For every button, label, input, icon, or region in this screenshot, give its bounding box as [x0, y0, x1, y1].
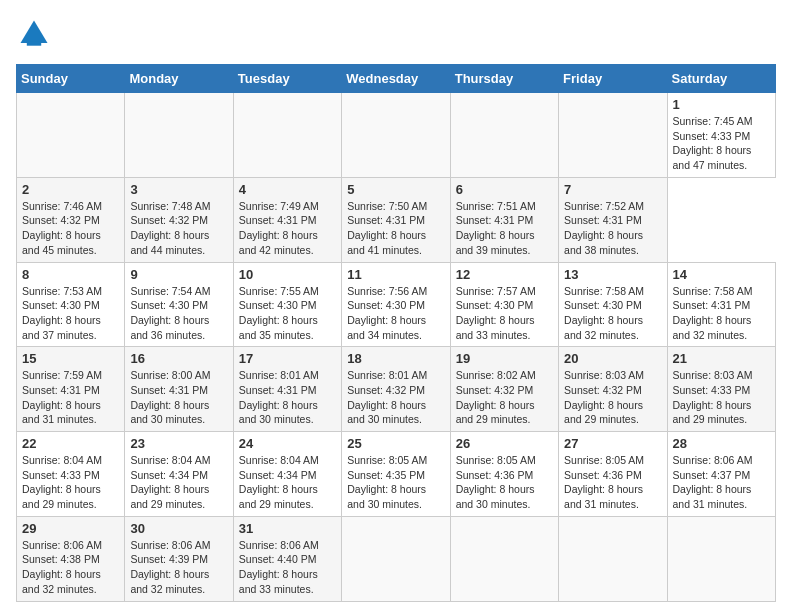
- day-number: 8: [22, 267, 119, 282]
- empty-day-cell: [559, 93, 667, 178]
- day-cell: 28Sunrise: 8:06 AMSunset: 4:37 PMDayligh…: [667, 432, 775, 517]
- calendar-week-row: 29Sunrise: 8:06 AMSunset: 4:38 PMDayligh…: [17, 516, 776, 601]
- day-cell: 29Sunrise: 8:06 AMSunset: 4:38 PMDayligh…: [17, 516, 125, 601]
- day-cell: 26Sunrise: 8:05 AMSunset: 4:36 PMDayligh…: [450, 432, 558, 517]
- empty-day-cell: [450, 516, 558, 601]
- day-info: Sunrise: 7:46 AMSunset: 4:32 PMDaylight:…: [22, 199, 119, 258]
- day-info: Sunrise: 8:04 AMSunset: 4:34 PMDaylight:…: [130, 453, 227, 512]
- day-cell: 20Sunrise: 8:03 AMSunset: 4:32 PMDayligh…: [559, 347, 667, 432]
- day-number: 2: [22, 182, 119, 197]
- day-info: Sunrise: 7:51 AMSunset: 4:31 PMDaylight:…: [456, 199, 553, 258]
- day-number: 7: [564, 182, 661, 197]
- day-info: Sunrise: 8:06 AMSunset: 4:38 PMDaylight:…: [22, 538, 119, 597]
- day-number: 23: [130, 436, 227, 451]
- day-info: Sunrise: 7:59 AMSunset: 4:31 PMDaylight:…: [22, 368, 119, 427]
- day-cell: 7Sunrise: 7:52 AMSunset: 4:31 PMDaylight…: [559, 177, 667, 262]
- calendar-table: SundayMondayTuesdayWednesdayThursdayFrid…: [16, 64, 776, 602]
- day-number: 13: [564, 267, 661, 282]
- empty-day-cell: [450, 93, 558, 178]
- day-number: 16: [130, 351, 227, 366]
- day-info: Sunrise: 7:56 AMSunset: 4:30 PMDaylight:…: [347, 284, 444, 343]
- day-number: 12: [456, 267, 553, 282]
- day-number: 10: [239, 267, 336, 282]
- day-cell: 18Sunrise: 8:01 AMSunset: 4:32 PMDayligh…: [342, 347, 450, 432]
- day-number: 5: [347, 182, 444, 197]
- day-info: Sunrise: 8:06 AMSunset: 4:37 PMDaylight:…: [673, 453, 770, 512]
- day-cell: 17Sunrise: 8:01 AMSunset: 4:31 PMDayligh…: [233, 347, 341, 432]
- day-number: 24: [239, 436, 336, 451]
- day-info: Sunrise: 8:03 AMSunset: 4:33 PMDaylight:…: [673, 368, 770, 427]
- logo-icon: [16, 16, 52, 52]
- day-info: Sunrise: 8:04 AMSunset: 4:34 PMDaylight:…: [239, 453, 336, 512]
- day-cell: 8Sunrise: 7:53 AMSunset: 4:30 PMDaylight…: [17, 262, 125, 347]
- day-number: 29: [22, 521, 119, 536]
- col-header-tuesday: Tuesday: [233, 65, 341, 93]
- calendar-week-row: 22Sunrise: 8:04 AMSunset: 4:33 PMDayligh…: [17, 432, 776, 517]
- col-header-wednesday: Wednesday: [342, 65, 450, 93]
- day-info: Sunrise: 7:58 AMSunset: 4:30 PMDaylight:…: [564, 284, 661, 343]
- day-cell: 1Sunrise: 7:45 AMSunset: 4:33 PMDaylight…: [667, 93, 775, 178]
- day-cell: 15Sunrise: 7:59 AMSunset: 4:31 PMDayligh…: [17, 347, 125, 432]
- day-cell: 16Sunrise: 8:00 AMSunset: 4:31 PMDayligh…: [125, 347, 233, 432]
- day-cell: 27Sunrise: 8:05 AMSunset: 4:36 PMDayligh…: [559, 432, 667, 517]
- day-info: Sunrise: 8:03 AMSunset: 4:32 PMDaylight:…: [564, 368, 661, 427]
- day-number: 31: [239, 521, 336, 536]
- calendar-week-row: 8Sunrise: 7:53 AMSunset: 4:30 PMDaylight…: [17, 262, 776, 347]
- day-number: 26: [456, 436, 553, 451]
- day-number: 17: [239, 351, 336, 366]
- day-cell: 13Sunrise: 7:58 AMSunset: 4:30 PMDayligh…: [559, 262, 667, 347]
- day-info: Sunrise: 8:01 AMSunset: 4:32 PMDaylight:…: [347, 368, 444, 427]
- day-number: 18: [347, 351, 444, 366]
- day-number: 3: [130, 182, 227, 197]
- day-info: Sunrise: 7:49 AMSunset: 4:31 PMDaylight:…: [239, 199, 336, 258]
- day-cell: 2Sunrise: 7:46 AMSunset: 4:32 PMDaylight…: [17, 177, 125, 262]
- day-cell: 6Sunrise: 7:51 AMSunset: 4:31 PMDaylight…: [450, 177, 558, 262]
- calendar-week-row: 2Sunrise: 7:46 AMSunset: 4:32 PMDaylight…: [17, 177, 776, 262]
- empty-day-cell: [233, 93, 341, 178]
- day-info: Sunrise: 8:04 AMSunset: 4:33 PMDaylight:…: [22, 453, 119, 512]
- svg-rect-1: [27, 41, 41, 46]
- day-number: 19: [456, 351, 553, 366]
- day-number: 9: [130, 267, 227, 282]
- day-info: Sunrise: 8:05 AMSunset: 4:36 PMDaylight:…: [564, 453, 661, 512]
- empty-day-cell: [125, 93, 233, 178]
- day-number: 1: [673, 97, 770, 112]
- day-number: 21: [673, 351, 770, 366]
- calendar-week-row: 1Sunrise: 7:45 AMSunset: 4:33 PMDaylight…: [17, 93, 776, 178]
- day-number: 28: [673, 436, 770, 451]
- day-number: 30: [130, 521, 227, 536]
- day-info: Sunrise: 7:53 AMSunset: 4:30 PMDaylight:…: [22, 284, 119, 343]
- col-header-friday: Friday: [559, 65, 667, 93]
- day-cell: 5Sunrise: 7:50 AMSunset: 4:31 PMDaylight…: [342, 177, 450, 262]
- day-info: Sunrise: 7:50 AMSunset: 4:31 PMDaylight:…: [347, 199, 444, 258]
- day-number: 27: [564, 436, 661, 451]
- day-cell: 21Sunrise: 8:03 AMSunset: 4:33 PMDayligh…: [667, 347, 775, 432]
- day-cell: 24Sunrise: 8:04 AMSunset: 4:34 PMDayligh…: [233, 432, 341, 517]
- day-number: 14: [673, 267, 770, 282]
- day-info: Sunrise: 8:01 AMSunset: 4:31 PMDaylight:…: [239, 368, 336, 427]
- svg-marker-0: [21, 21, 48, 44]
- day-cell: 30Sunrise: 8:06 AMSunset: 4:39 PMDayligh…: [125, 516, 233, 601]
- col-header-thursday: Thursday: [450, 65, 558, 93]
- day-info: Sunrise: 7:57 AMSunset: 4:30 PMDaylight:…: [456, 284, 553, 343]
- day-number: 6: [456, 182, 553, 197]
- day-cell: 11Sunrise: 7:56 AMSunset: 4:30 PMDayligh…: [342, 262, 450, 347]
- day-cell: 10Sunrise: 7:55 AMSunset: 4:30 PMDayligh…: [233, 262, 341, 347]
- empty-day-cell: [342, 516, 450, 601]
- day-cell: 3Sunrise: 7:48 AMSunset: 4:32 PMDaylight…: [125, 177, 233, 262]
- day-info: Sunrise: 7:55 AMSunset: 4:30 PMDaylight:…: [239, 284, 336, 343]
- day-number: 25: [347, 436, 444, 451]
- day-info: Sunrise: 8:02 AMSunset: 4:32 PMDaylight:…: [456, 368, 553, 427]
- day-info: Sunrise: 8:06 AMSunset: 4:39 PMDaylight:…: [130, 538, 227, 597]
- day-info: Sunrise: 7:58 AMSunset: 4:31 PMDaylight:…: [673, 284, 770, 343]
- empty-day-cell: [17, 93, 125, 178]
- day-info: Sunrise: 8:05 AMSunset: 4:36 PMDaylight:…: [456, 453, 553, 512]
- day-number: 11: [347, 267, 444, 282]
- col-header-saturday: Saturday: [667, 65, 775, 93]
- day-cell: 31Sunrise: 8:06 AMSunset: 4:40 PMDayligh…: [233, 516, 341, 601]
- day-cell: 19Sunrise: 8:02 AMSunset: 4:32 PMDayligh…: [450, 347, 558, 432]
- day-info: Sunrise: 8:00 AMSunset: 4:31 PMDaylight:…: [130, 368, 227, 427]
- day-cell: 22Sunrise: 8:04 AMSunset: 4:33 PMDayligh…: [17, 432, 125, 517]
- day-cell: 12Sunrise: 7:57 AMSunset: 4:30 PMDayligh…: [450, 262, 558, 347]
- day-info: Sunrise: 7:54 AMSunset: 4:30 PMDaylight:…: [130, 284, 227, 343]
